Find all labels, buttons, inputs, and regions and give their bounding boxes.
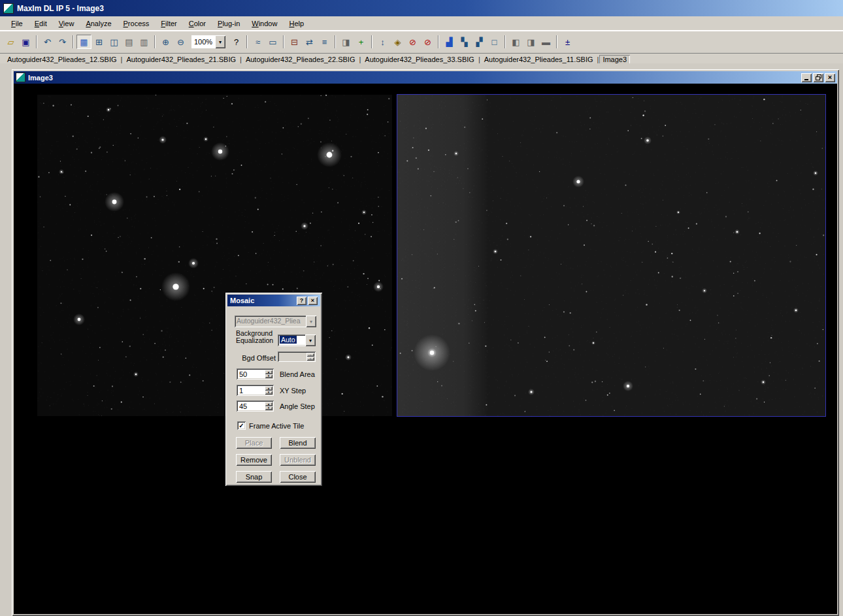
single-window-button[interactable]: □ xyxy=(487,35,502,49)
blink-images-button[interactable]: ▬ xyxy=(538,35,554,49)
line-profile-button[interactable]: ≈ xyxy=(250,35,265,49)
zoom-dropdown-icon[interactable]: ▾ xyxy=(215,35,225,48)
zoom-level-combo[interactable]: ▾ xyxy=(191,35,225,48)
save-button[interactable]: ▣ xyxy=(18,35,33,49)
calibrate-button[interactable]: ⊟ xyxy=(287,35,302,49)
tab-autoguider432-plieades-33-sbig[interactable]: Autoguider432_Plieades_33.SBIG xyxy=(361,55,478,64)
remove-button-label: Remove xyxy=(240,456,267,464)
unblend-button[interactable]: Unblend xyxy=(280,454,316,466)
pixel-math-button[interactable]: ± xyxy=(560,35,575,49)
previous-image-button[interactable]: ◧ xyxy=(508,35,523,49)
information-window-button[interactable]: ⊞ xyxy=(91,35,107,49)
next-image-button[interactable]: ◨ xyxy=(523,35,538,49)
tile-select-dropdown-icon: ▾ xyxy=(306,316,316,327)
stack-button[interactable]: ≡ xyxy=(317,35,332,49)
xy-step-down-icon[interactable]: ▾ xyxy=(265,391,273,395)
batch-process-button[interactable]: ▥ xyxy=(137,35,152,49)
help-button[interactable]: ? xyxy=(297,297,306,305)
menu-process[interactable]: Process xyxy=(118,18,156,29)
information-window-icon: ⊞ xyxy=(95,38,103,46)
mosaic-dialog-title-bar[interactable]: Mosaic ? × xyxy=(227,295,320,306)
calibrate-icon: ⊟ xyxy=(291,38,298,46)
frame-active-tile-checkbox[interactable]: ✓ xyxy=(237,421,246,430)
tab-autoguider432-plieades-21-sbig[interactable]: Autoguider432_Plieades_21.SBIG xyxy=(123,55,239,64)
open-button[interactable]: ▱ xyxy=(3,35,18,49)
menu-file[interactable]: File xyxy=(5,18,29,29)
pixel-math-icon: ± xyxy=(565,38,570,46)
cascade-windows-button[interactable]: ▞ xyxy=(472,35,487,49)
minimize-button[interactable] xyxy=(801,73,812,82)
menu-edit[interactable]: Edit xyxy=(29,18,53,29)
disable-filters-icon: ⊘ xyxy=(424,38,431,46)
tile-select-value: Autoguider432_Pliea xyxy=(235,316,306,327)
toggle-calibration-button[interactable]: ▤ xyxy=(122,35,137,49)
tab-autoguider432-plieades-12-sbig[interactable]: Autoguider432_Plieades_12.SBIG xyxy=(4,55,120,64)
zoom-level-input[interactable] xyxy=(191,35,215,48)
astrometry-button[interactable]: ◈ xyxy=(390,35,405,49)
toolbar-separator xyxy=(371,35,372,48)
menu-help[interactable]: Help xyxy=(283,18,310,29)
toolbar-separator xyxy=(154,35,156,48)
disable-filters-button[interactable]: ⊘ xyxy=(420,35,435,49)
menu-bar: FileEditViewAnalyzeProcessFilterColorPlu… xyxy=(0,16,843,31)
mosaic-dialog-title: Mosaic xyxy=(230,297,254,304)
image3-title-bar[interactable]: Image3 × xyxy=(14,71,837,84)
background-equalization-value: Auto xyxy=(280,336,297,344)
xy-step-field[interactable]: ▴ ▾ xyxy=(237,385,274,396)
close-button[interactable]: × xyxy=(825,73,835,82)
new-image-button[interactable]: + xyxy=(354,35,369,49)
tab-autoguider432-plieades-11-sbig[interactable]: Autoguider432_Plieades_11.SBIG xyxy=(481,55,597,64)
blend-area-down-icon[interactable]: ▾ xyxy=(265,374,273,379)
screen-stretch-button[interactable]: ▦ xyxy=(76,35,91,49)
magnify-window-button[interactable]: ◫ xyxy=(107,35,122,49)
menu-view[interactable]: View xyxy=(53,18,80,29)
angle-step-field[interactable]: ▴ ▾ xyxy=(237,400,274,412)
bgd-offset-label: Bgd Offset xyxy=(231,354,276,362)
align-button[interactable]: ⇄ xyxy=(302,35,317,49)
blend-area-field[interactable]: ▴ ▾ xyxy=(237,368,274,380)
duplicate-button[interactable]: ◨ xyxy=(339,35,354,49)
tab-autoguider432-plieades-22-sbig[interactable]: Autoguider432_Plieades_22.SBIG xyxy=(242,55,359,64)
area-info-button[interactable]: ▭ xyxy=(265,35,280,49)
menu-window[interactable]: Window xyxy=(246,18,283,29)
image3-title: Image3 xyxy=(28,74,53,82)
angle-step-down-icon[interactable]: ▾ xyxy=(265,406,273,411)
context-help-button[interactable]: ? xyxy=(229,35,244,49)
undo-button[interactable]: ↶ xyxy=(40,35,55,49)
tile-windows-button[interactable]: ▚ xyxy=(457,35,472,49)
background-equalization-dropdown-icon[interactable]: ▾ xyxy=(305,334,316,346)
left-tile-image[interactable] xyxy=(37,95,392,416)
photometry-button[interactable]: ↕ xyxy=(375,35,390,49)
zoom-out-button[interactable]: ⊖ xyxy=(173,35,188,49)
close-dialog-button[interactable]: Close xyxy=(280,471,316,483)
menu-filter[interactable]: Filter xyxy=(155,18,182,29)
redo-button[interactable]: ↷ xyxy=(55,35,70,49)
mosaic-dialog-body: Autoguider432_Pliea ▾ Background Equaliz… xyxy=(227,306,320,484)
histogram-button[interactable]: ▟ xyxy=(442,35,457,49)
image-canvas-area: Mosaic ? × Autoguider432_Pliea ▾ Backgro… xyxy=(14,84,837,614)
snap-button[interactable]: Snap xyxy=(236,471,272,483)
blend-button[interactable]: Blend xyxy=(280,437,316,449)
toolbar-separator xyxy=(335,35,336,48)
tab-image3[interactable]: Image3 xyxy=(599,55,630,64)
active-tile-image[interactable] xyxy=(397,94,826,417)
mosaic-dialog: Mosaic ? × Autoguider432_Pliea ▾ Backgro… xyxy=(225,293,322,486)
disable-calibration-icon: ⊘ xyxy=(409,38,416,46)
menu-analyze[interactable]: Analyze xyxy=(80,18,117,29)
menu-color[interactable]: Color xyxy=(183,18,212,29)
unblend-button-label: Unblend xyxy=(284,456,311,464)
background-equalization-combo[interactable]: Auto ▾ xyxy=(278,334,316,346)
tab-separator: | xyxy=(597,56,599,63)
zoom-in-button[interactable]: ⊕ xyxy=(158,35,173,49)
app-icon xyxy=(3,3,14,14)
angle-step-input[interactable] xyxy=(237,400,265,412)
dialog-close-button[interactable]: × xyxy=(308,297,318,305)
place-button[interactable]: Place xyxy=(236,437,272,449)
disable-calibration-button[interactable]: ⊘ xyxy=(405,35,420,49)
blend-area-input[interactable] xyxy=(237,368,265,380)
remove-button[interactable]: Remove xyxy=(236,454,272,466)
xy-step-input[interactable] xyxy=(237,385,265,396)
close-button-label: Close xyxy=(288,473,306,481)
restore-button[interactable] xyxy=(813,73,823,82)
menu-plug-in[interactable]: Plug-in xyxy=(212,18,246,29)
